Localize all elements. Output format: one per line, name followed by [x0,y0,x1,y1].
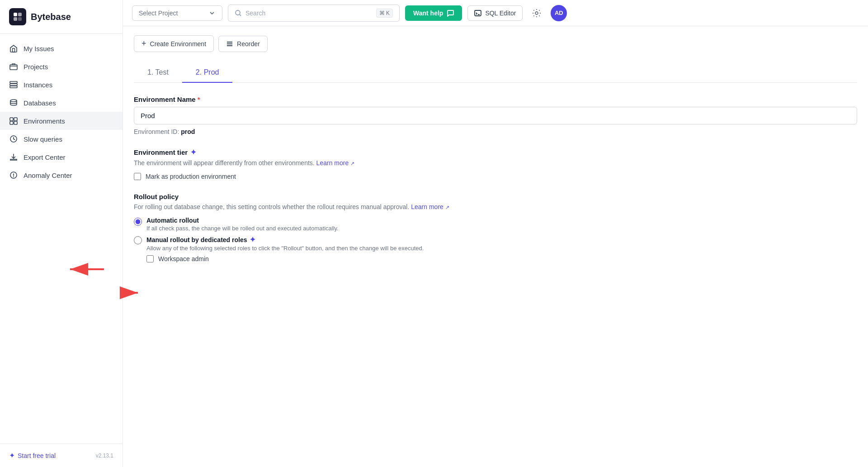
start-trial-button[interactable]: ✦ Start free trial [9,451,56,460]
svg-rect-3 [18,17,22,21]
env-name-section: Environment Name * Environment ID: prod [134,95,857,135]
sidebar-item-projects[interactable]: Projects [0,57,123,76]
svg-rect-11 [14,118,17,121]
auto-rollout-radio[interactable] [134,218,142,226]
tier-sparkle-icon: ✦ [190,148,196,157]
search-placeholder-text: Search [245,10,373,17]
search-bar[interactable]: Search ⌘ K [228,5,400,22]
sidebar-item-my-issues-label: My Issues [24,45,54,52]
sql-editor-button[interactable]: SQL Editor [467,5,523,21]
create-environment-button[interactable]: + Create Environment [134,35,214,52]
home-icon [9,44,18,53]
slow-queries-icon [9,134,18,143]
search-icon [235,10,242,17]
manual-rollout-desc: Allow any of the following selected role… [146,245,424,252]
workspace-admin-row: Workspace admin [146,255,857,262]
manual-rollout-label: Manual rollout by dedicated roles ✦ [146,235,424,244]
manual-rollout-row: Manual rollout by dedicated roles ✦ Allo… [134,235,857,252]
sidebar-item-environments[interactable]: Environments [0,112,123,130]
svg-rect-5 [10,65,17,70]
gear-icon [532,8,542,18]
svg-rect-6 [10,81,17,83]
rollout-learn-more-link[interactable]: Learn more ↗ [411,203,449,210]
svg-rect-0 [14,13,17,16]
export-center-icon [9,152,18,162]
create-environment-label: Create Environment [150,40,207,48]
env-name-input[interactable] [134,107,857,124]
logo-area: Bytebase [0,0,123,34]
avatar-initials: AD [555,10,563,16]
auto-rollout-content: Automatic rollout If all check pass, the… [146,217,339,232]
svg-rect-7 [10,84,17,86]
environment-tabs: 1. Test 2. Prod [134,63,857,83]
version-label: v2.13.1 [96,453,113,459]
sidebar-nav: My Issues Projects Instances [0,34,123,443]
sidebar-item-anomaly-center-label: Anomaly Center [24,172,72,179]
sidebar-item-slow-queries-label: Slow queries [24,135,62,143]
env-tier-learn-more-link[interactable]: Learn more ↗ [316,159,354,167]
sidebar-item-my-issues[interactable]: My Issues [0,39,123,57]
project-select-placeholder: Select Project [139,10,178,17]
svg-rect-10 [10,118,13,121]
want-help-button[interactable]: Want help [405,5,462,21]
rollout-policy-title: Rollout policy [134,193,857,200]
chat-icon [447,10,454,17]
required-asterisk: * [198,95,200,103]
tab-prod[interactable]: 2. Prod [182,63,233,83]
svg-rect-8 [10,86,17,88]
svg-rect-4 [13,48,15,52]
user-avatar[interactable]: AD [551,5,567,21]
svg-rect-2 [14,17,17,21]
sidebar-item-export-center-label: Export Center [24,153,66,161]
sidebar-item-slow-queries[interactable]: Slow queries [0,130,123,148]
content-area: + Create Environment Reorder 1. Test 2. … [123,26,868,467]
sidebar-item-databases[interactable]: Databases [0,94,123,112]
sidebar-item-export-center[interactable]: Export Center [0,148,123,166]
svg-rect-13 [14,121,17,124]
env-tier-title: Environment tier ✦ [134,148,857,157]
sidebar-footer: ✦ Start free trial v2.13.1 [0,443,123,467]
env-tier-section: Environment tier ✦ The environment will … [134,148,857,180]
sidebar-item-instances-label: Instances [24,81,52,89]
svg-point-15 [236,10,240,15]
svg-rect-12 [10,121,13,124]
sql-editor-label: SQL Editor [485,10,516,17]
reorder-button[interactable]: Reorder [218,36,268,52]
auto-rollout-desc: If all check pass, the change will be ro… [146,225,339,232]
workspace-admin-label: Workspace admin [158,255,209,262]
mark-production-checkbox[interactable] [134,173,141,180]
sidebar: Bytebase My Issues Projects [0,0,123,467]
want-help-label: Want help [413,10,443,17]
manual-rollout-radio[interactable] [134,236,142,244]
workspace-admin-checkbox[interactable] [146,255,154,262]
env-tier-desc: The environment will appear differently … [134,159,857,167]
anomaly-center-icon [9,171,18,180]
start-trial-label: Start free trial [18,452,56,459]
search-shortcut: ⌘ K [376,9,393,18]
settings-button[interactable] [528,5,545,22]
projects-icon [9,62,18,71]
environments-icon [9,116,18,125]
mark-production-label: Mark as production environment [146,173,236,180]
project-select-dropdown[interactable]: Select Project [132,5,222,21]
rollout-policy-desc: For rolling out database change, this se… [134,203,857,210]
sidebar-item-instances[interactable]: Instances [0,76,123,94]
chevron-down-icon [208,10,216,17]
sidebar-item-environments-label: Environments [24,117,65,125]
sidebar-item-projects-label: Projects [24,63,48,71]
svg-point-17 [535,12,538,14]
instances-icon [9,80,18,89]
auto-rollout-row: Automatic rollout If all check pass, the… [134,217,857,232]
manual-rollout-sparkle-icon: ✦ [250,235,255,244]
topbar: Select Project Search ⌘ K Want help [123,0,868,26]
rollout-policy-section: Rollout policy For rolling out database … [134,193,857,262]
reorder-label: Reorder [237,40,260,48]
svg-point-9 [10,100,17,102]
sidebar-item-anomaly-center[interactable]: Anomaly Center [0,166,123,184]
logo-text: Bytebase [31,12,71,22]
tab-test[interactable]: 1. Test [134,63,182,83]
env-name-label: Environment Name * [134,95,857,103]
svg-rect-1 [18,13,22,16]
auto-rollout-label: Automatic rollout [146,217,339,224]
manual-rollout-content: Manual rollout by dedicated roles ✦ Allo… [146,235,424,252]
